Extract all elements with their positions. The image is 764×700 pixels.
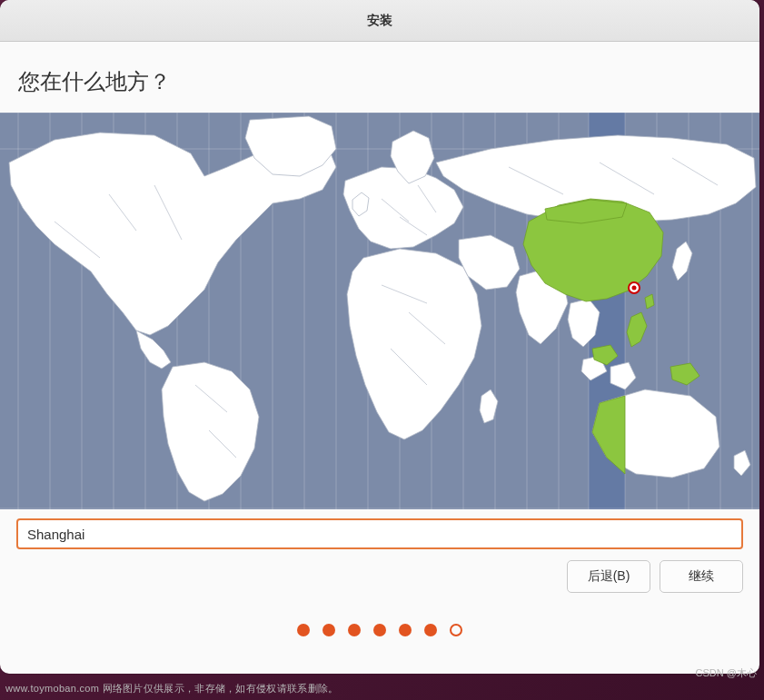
timezone-input[interactable] bbox=[16, 518, 743, 549]
progress-dot bbox=[322, 624, 335, 636]
progress-dot-current bbox=[450, 624, 462, 636]
land-central-america bbox=[136, 330, 171, 369]
world-map-svg bbox=[0, 113, 759, 509]
window-title: 安装 bbox=[367, 13, 392, 29]
selected-taiwan bbox=[645, 294, 654, 309]
progress-dot bbox=[424, 624, 437, 636]
land-nz bbox=[734, 450, 750, 476]
installer-window: 安装 您在什么地方？ bbox=[0, 0, 759, 674]
land-japan bbox=[672, 242, 692, 281]
progress-dot bbox=[399, 624, 412, 636]
titlebar: 安装 bbox=[0, 0, 759, 42]
progress-dot bbox=[297, 624, 310, 636]
location-pin bbox=[629, 282, 640, 293]
selected-papua bbox=[670, 363, 700, 385]
watermark-bottom: www.toymoban.com 网络图片仅供展示，非存储，如有侵权请联系删除。 bbox=[5, 682, 338, 695]
timezone-input-row bbox=[0, 509, 759, 549]
continue-button[interactable]: 继续 bbox=[660, 560, 743, 593]
content-area: 您在什么地方？ bbox=[0, 42, 759, 636]
page-heading: 您在什么地方？ bbox=[0, 42, 759, 113]
nav-button-row: 后退(B) 继续 bbox=[0, 549, 759, 607]
back-button[interactable]: 后退(B) bbox=[567, 560, 650, 593]
progress-dot bbox=[348, 624, 361, 636]
progress-dots bbox=[0, 607, 759, 636]
svg-point-28 bbox=[632, 286, 637, 291]
selected-philippines bbox=[627, 312, 647, 347]
land-africa bbox=[347, 249, 481, 439]
watermark-right: CSDN @木心 bbox=[696, 666, 757, 680]
timezone-map[interactable] bbox=[0, 113, 759, 509]
progress-dot bbox=[373, 624, 386, 636]
